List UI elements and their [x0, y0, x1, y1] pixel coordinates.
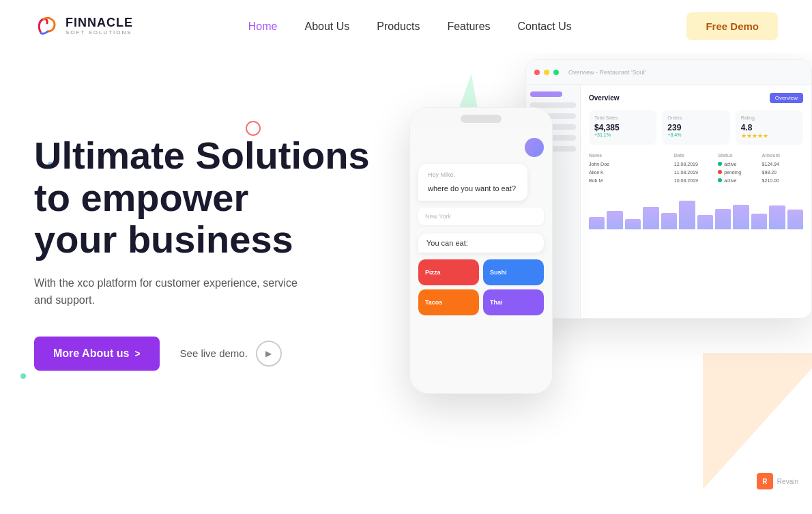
- bar-5: [661, 213, 677, 229]
- bar-4: [643, 207, 658, 229]
- live-demo-wrap: See live demo. ▶: [180, 341, 282, 367]
- chat-input: New York: [418, 208, 544, 225]
- revain-badge: R Revain: [757, 473, 798, 489]
- stat-orders: Orders 239 +8.4%: [662, 110, 729, 145]
- chat-bubble: Hey Mike, where do you want to eat?: [418, 164, 527, 201]
- table-row: Bob M 10.08.2019 active $210.00: [589, 178, 803, 183]
- play-icon: ▶: [265, 349, 272, 358]
- sidebar-item-active: [530, 91, 562, 97]
- arrow-icon: >: [134, 348, 140, 359]
- logo: FINNACLE SOFT SOLUTIONS: [34, 14, 133, 40]
- dash-stats-row: Total Sales $4,385 +31.1% Orders 239 +8.…: [589, 110, 803, 145]
- food-grid: Pizza Sushi Tacos Thai: [418, 259, 544, 315]
- nav-home[interactable]: Home: [248, 20, 278, 33]
- can-eat-label: You can eat:: [418, 233, 544, 253]
- phone-top-bar: [410, 108, 552, 130]
- logo-brand: FINNACLE: [66, 16, 133, 30]
- hero-actions: More About us > See live demo. ▶: [34, 337, 389, 371]
- deco-dot-green: [20, 373, 26, 379]
- dashboard-mockup: Overview - Restaurant 'Soul' Overview Ov…: [525, 59, 812, 319]
- bar-10: [751, 214, 767, 229]
- bar-9: [733, 205, 749, 229]
- logo-sub: SOFT SOLUTIONS: [66, 30, 133, 36]
- hero-section: Ultimate Solutions to empower your busin…: [0, 53, 812, 503]
- free-demo-button[interactable]: Free Demo: [686, 12, 778, 40]
- live-demo-label: See live demo.: [180, 347, 248, 359]
- food-card-thai: Thai: [483, 289, 544, 315]
- food-card-pizza: Pizza: [418, 259, 479, 285]
- nav-products[interactable]: Products: [377, 20, 420, 33]
- nav-about[interactable]: About Us: [304, 20, 349, 33]
- bar-3: [625, 219, 641, 229]
- navbar: FINNACLE SOFT SOLUTIONS Home About Us Pr…: [0, 0, 812, 53]
- food-card-sushi: Sushi: [483, 259, 544, 285]
- revain-label: Revain: [777, 478, 798, 485]
- phone-notch: [461, 115, 502, 123]
- hero-title: Ultimate Solutions to empower your busin…: [34, 134, 389, 261]
- chat-avatar-row: [418, 138, 544, 157]
- dash-header-row: Overview Overview: [589, 93, 803, 103]
- play-button[interactable]: ▶: [256, 341, 282, 367]
- phone-mockup: Hey Mike, where do you want to eat? New …: [409, 107, 553, 394]
- bar-6: [679, 201, 695, 229]
- nav-contact[interactable]: Contact Us: [518, 20, 572, 33]
- close-dot: [534, 70, 540, 75]
- bar-2: [607, 211, 622, 229]
- nav-links: Home About Us Products Features Contact …: [248, 20, 572, 33]
- dash-table-header: Name Date Status Amount: [589, 153, 803, 158]
- dash-chart: [589, 188, 803, 229]
- bar-11: [769, 205, 785, 229]
- stat-total-sales: Total Sales $4,385 +31.1%: [589, 110, 656, 145]
- dash-window-title: Overview - Restaurant 'Soul': [568, 69, 646, 76]
- expand-dot: [553, 70, 559, 75]
- dash-main-title: Overview: [589, 94, 619, 102]
- dash-overview-button[interactable]: Overview: [770, 93, 803, 103]
- bar-1: [589, 217, 605, 229]
- nav-features[interactable]: Features: [447, 20, 490, 33]
- bar-12: [787, 210, 803, 229]
- dash-topbar: Overview - Restaurant 'Soul': [526, 60, 811, 85]
- logo-icon: [34, 14, 60, 40]
- bar-7: [697, 215, 713, 229]
- hero-subtitle: With the xco platform for customer exper…: [34, 274, 307, 309]
- more-about-us-button[interactable]: More About us >: [34, 337, 160, 371]
- avatar: [525, 138, 544, 157]
- table-row: Alice K 11.08.2019 pending $98.20: [589, 170, 803, 175]
- minimize-dot: [544, 70, 549, 75]
- hero-content: Ultimate Solutions to empower your busin…: [34, 80, 389, 371]
- hero-mockups: Hey Mike, where do you want to eat? New …: [362, 53, 812, 496]
- dash-main: Overview Overview Total Sales $4,385 +31…: [581, 85, 811, 318]
- stat-rating: Rating 4.8 ★★★★★: [736, 110, 803, 145]
- phone-chat-area: Hey Mike, where do you want to eat? New …: [410, 130, 552, 394]
- table-row: John Doe 12.08.2019 active $124.94: [589, 162, 803, 167]
- bar-8: [715, 209, 731, 229]
- revain-logo-icon: R: [757, 473, 773, 489]
- logo-text: FINNACLE SOFT SOLUTIONS: [66, 16, 133, 36]
- food-card-tacos: Tacos: [418, 289, 479, 315]
- dash-content: Overview Overview Total Sales $4,385 +31…: [526, 85, 811, 318]
